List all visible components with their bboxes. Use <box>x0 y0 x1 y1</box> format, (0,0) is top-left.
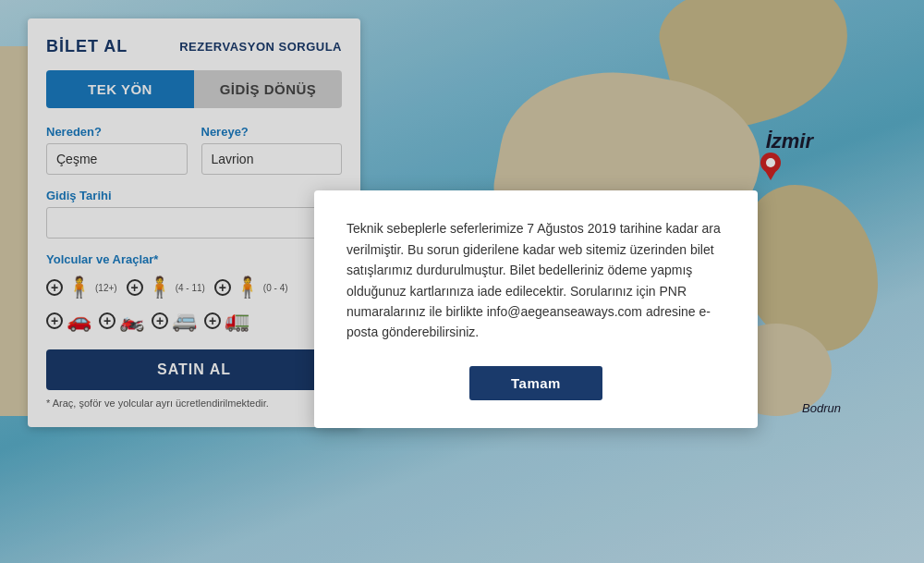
tamam-button[interactable]: Tamam <box>469 366 602 400</box>
modal-overlay: Teknik sebeplerle seferlerimize 7 Ağusto… <box>0 0 924 563</box>
modal-button-row: Tamam <box>346 366 725 400</box>
modal-message: Teknik sebeplerle seferlerimize 7 Ağusto… <box>346 218 725 342</box>
modal-dialog: Teknik sebeplerle seferlerimize 7 Ağusto… <box>314 190 758 427</box>
